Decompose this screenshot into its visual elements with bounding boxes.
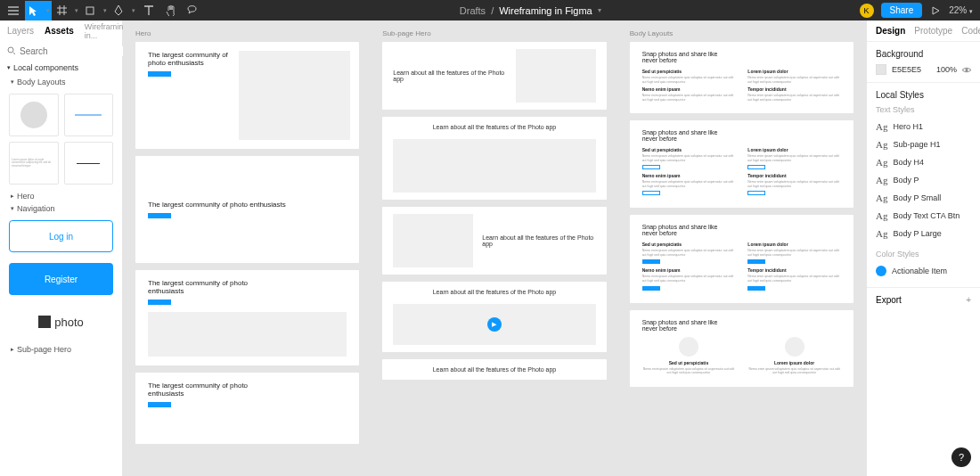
background-row[interactable]: E5E5E5 100% xyxy=(876,64,971,75)
text-styles-subtitle: Text Styles xyxy=(876,105,971,114)
canvas-columns: Hero The largest community of photo enth… xyxy=(135,29,853,444)
text-style-item[interactable]: AgBody P xyxy=(876,171,971,189)
body-frame-3[interactable]: Snap photos and share like never before … xyxy=(630,215,853,302)
cta-placeholder xyxy=(148,402,171,407)
export-section[interactable]: Export + xyxy=(867,288,980,312)
nav-register-button[interactable]: Register xyxy=(9,263,113,295)
avatar[interactable]: K xyxy=(860,4,874,18)
visibility-icon[interactable] xyxy=(962,65,971,74)
text-tool[interactable] xyxy=(139,1,159,21)
svg-point-1 xyxy=(8,47,13,53)
subpage-frame-4[interactable]: Learn about all the features of the Phot… xyxy=(382,282,606,352)
ag-icon: Ag xyxy=(876,193,887,203)
caret-right-icon: ▸ xyxy=(11,346,14,353)
image-placeholder xyxy=(516,49,596,103)
hero-frame-1[interactable]: The largest community of photo enthusias… xyxy=(135,42,359,149)
tab-design[interactable]: Design xyxy=(876,26,905,36)
ag-icon: Ag xyxy=(876,139,887,150)
tab-assets[interactable]: Assets xyxy=(45,26,74,36)
left-panel: Layers Assets Wireframing in...▾ ▾ Local… xyxy=(0,21,123,476)
body-frame-4[interactable]: Snap photos and share like never before … xyxy=(630,310,853,387)
tab-prototype[interactable]: Prototype xyxy=(914,26,952,36)
frame-tool[interactable]: ▾ xyxy=(53,1,80,21)
help-button[interactable]: ? xyxy=(951,447,971,467)
frame-label: Sub-page Hero xyxy=(382,29,606,37)
text-style-item[interactable]: AgBody Text CTA Btn xyxy=(876,207,971,225)
subpage-frame-5[interactable]: Learn about all the features of the Phot… xyxy=(382,359,606,380)
subpage-frame-3[interactable]: Learn about all the features of the Phot… xyxy=(382,207,606,275)
color-style-item[interactable]: Actionable Item xyxy=(876,262,971,280)
asset-thumb[interactable] xyxy=(9,94,59,136)
subpage-frame-2[interactable]: Learn about all the features of the Phot… xyxy=(382,117,606,200)
file-title: Wireframing in Figma xyxy=(499,5,592,16)
ag-icon: Ag xyxy=(876,228,887,239)
body-frame-1[interactable]: Snap photos and share like never before … xyxy=(630,42,853,113)
color-swatch[interactable] xyxy=(876,64,886,75)
cta-placeholder xyxy=(148,71,171,77)
svg-rect-0 xyxy=(86,7,94,14)
color-styles-subtitle: Color Styles xyxy=(876,250,971,259)
search-input[interactable] xyxy=(20,46,133,56)
export-label: Export xyxy=(876,295,902,305)
asset-thumb[interactable]: Lorem ipsum dolor sit amet consectetur a… xyxy=(9,142,59,185)
svg-point-2 xyxy=(966,69,968,71)
background-hex[interactable]: E5E5E5 xyxy=(892,65,931,74)
chevron-down-icon: ▾ xyxy=(103,7,107,14)
text-style-item[interactable]: AgHero H1 xyxy=(876,118,971,135)
text-style-item[interactable]: AgBody P Large xyxy=(876,225,971,242)
tab-code[interactable]: Code xyxy=(961,26,980,36)
hero-frame-2[interactable]: The largest community of photo enthusias… xyxy=(135,156,359,263)
search-icon[interactable] xyxy=(7,45,16,56)
asset-thumb[interactable] xyxy=(64,142,114,185)
canvas-col-body: Body Layouts Snap photos and share like … xyxy=(630,29,853,444)
chevron-down-icon: ▾ xyxy=(132,7,135,14)
plus-icon[interactable]: + xyxy=(966,295,971,305)
hand-tool[interactable] xyxy=(160,1,180,21)
main-area: Layers Assets Wireframing in...▾ ▾ Local… xyxy=(0,21,980,476)
play-icon: ▶ xyxy=(487,317,502,332)
cta-placeholder xyxy=(148,213,171,218)
text-style-item[interactable]: AgBody H4 xyxy=(876,153,971,171)
right-panel-tabs: Design Prototype Code xyxy=(867,21,980,42)
canvas-col-subpage: Sub-page Hero Learn about all the featur… xyxy=(382,29,606,444)
local-styles-title: Local Styles xyxy=(876,90,971,100)
chevron-down-icon: ▾ xyxy=(46,7,50,14)
chevron-down-icon[interactable]: ▾ xyxy=(598,6,601,14)
chevron-down-icon: ▾ xyxy=(969,8,973,14)
section-hero[interactable]: ▸ Hero xyxy=(0,190,122,202)
toolbar-right: K Share 22% ▾ xyxy=(860,3,976,18)
body-frame-2[interactable]: Snap photos and share like never before … xyxy=(630,120,853,208)
image-placeholder xyxy=(239,51,351,140)
section-subpage-hero[interactable]: ▸ Sub-page Hero xyxy=(0,343,122,356)
text-style-item[interactable]: AgSub-page H1 xyxy=(876,135,971,153)
move-tool[interactable]: ▾ xyxy=(25,1,52,21)
local-components-header[interactable]: ▾ Local components xyxy=(0,60,122,76)
section-navigation[interactable]: ▾ Navigation xyxy=(0,202,122,215)
shape-tool[interactable]: ▾ xyxy=(82,1,109,21)
asset-thumb[interactable] xyxy=(64,94,114,136)
nav-login-button[interactable]: Log in xyxy=(9,220,113,252)
hero-frame-4[interactable]: The largest community of photo enthusias… xyxy=(135,373,359,444)
present-icon[interactable] xyxy=(929,4,942,17)
subpage-frame-1[interactable]: Learn about all the features of the Phot… xyxy=(382,42,606,110)
canvas-col-hero: Hero The largest community of photo enth… xyxy=(135,29,359,444)
ag-icon: Ag xyxy=(876,157,887,168)
text-style-item[interactable]: AgBody P Small xyxy=(876,189,971,207)
share-button[interactable]: Share xyxy=(881,3,923,18)
zoom-level[interactable]: 22% ▾ xyxy=(949,5,973,15)
menu-icon[interactable] xyxy=(4,1,23,21)
canvas[interactable]: Hero The largest community of photo enth… xyxy=(123,21,866,476)
breadcrumb-parent: Drafts xyxy=(460,5,486,16)
ag-icon: Ag xyxy=(876,121,887,132)
background-opacity[interactable]: 100% xyxy=(936,65,957,74)
left-panel-tabs: Layers Assets Wireframing in...▾ xyxy=(0,21,122,42)
pen-tool[interactable]: ▾ xyxy=(110,1,137,21)
caret-down-icon: ▾ xyxy=(11,78,14,86)
nav-logo[interactable]: photo xyxy=(9,306,113,338)
comment-tool[interactable] xyxy=(182,1,201,21)
toolbar-title[interactable]: Drafts / Wireframing in Figma ▾ xyxy=(201,5,860,16)
chevron-down-icon: ▾ xyxy=(75,7,78,14)
section-body-layouts[interactable]: ▾ Body Layouts xyxy=(0,76,122,88)
tab-layers[interactable]: Layers xyxy=(7,26,34,36)
hero-frame-3[interactable]: The largest community of photo enthusias… xyxy=(135,270,359,365)
